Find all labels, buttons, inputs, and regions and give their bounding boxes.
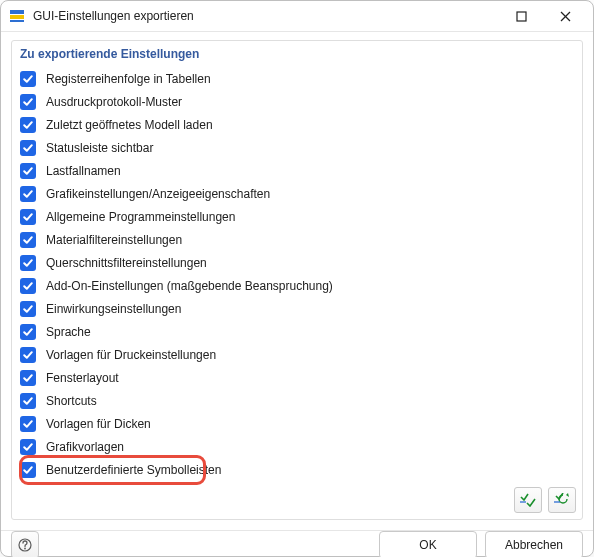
list-item[interactable]: Ausdruckprotokoll-Muster: [18, 90, 576, 113]
list-item[interactable]: Materialfiltereinstellungen: [18, 228, 576, 251]
svg-point-9: [24, 548, 26, 550]
list-item[interactable]: Shortcuts: [18, 389, 576, 412]
list-item-label: Materialfiltereinstellungen: [46, 233, 182, 247]
list-item-label: Ausdruckprotokoll-Muster: [46, 95, 182, 109]
checkbox[interactable]: [20, 163, 36, 179]
dialog-body: Zu exportierende Einstellungen Registerr…: [1, 32, 593, 530]
dialog-window: GUI-Einstellungen exportieren Zu exporti…: [0, 0, 594, 557]
checkbox[interactable]: [20, 71, 36, 87]
cancel-button-label: Abbrechen: [505, 538, 563, 552]
dialog-footer: OK Abbrechen: [1, 530, 593, 557]
svg-rect-1: [10, 15, 24, 19]
list-item-label: Querschnittsfiltereinstellungen: [46, 256, 207, 270]
list-item[interactable]: Benutzerdefinierte Symbolleisten: [18, 458, 576, 481]
list-item-label: Shortcuts: [46, 394, 97, 408]
list-item-label: Einwirkungseinstellungen: [46, 302, 181, 316]
maximize-button[interactable]: [499, 1, 543, 31]
list-item-label: Sprache: [46, 325, 91, 339]
close-button[interactable]: [543, 1, 587, 31]
checkbox[interactable]: [20, 301, 36, 317]
list-item[interactable]: Allgemeine Programmeinstellungen: [18, 205, 576, 228]
svg-rect-0: [10, 10, 24, 14]
list-item[interactable]: Add-On-Einstellungen (maßgebende Beanspr…: [18, 274, 576, 297]
list-item-label: Vorlagen für Druckeinstellungen: [46, 348, 216, 362]
list-item-label: Fensterlayout: [46, 371, 119, 385]
app-icon: [9, 8, 25, 24]
checkbox[interactable]: [20, 94, 36, 110]
title-bar: GUI-Einstellungen exportieren: [1, 1, 593, 32]
settings-list: Registerreihenfolge in TabellenAusdruckp…: [18, 67, 576, 481]
checkbox[interactable]: [20, 186, 36, 202]
list-item-label: Grafikvorlagen: [46, 440, 124, 454]
checkbox[interactable]: [20, 393, 36, 409]
list-item[interactable]: Vorlagen für Dicken: [18, 412, 576, 435]
list-item[interactable]: Grafikeinstellungen/Anzeigeeigenschaften: [18, 182, 576, 205]
list-item[interactable]: Lastfallnamen: [18, 159, 576, 182]
checkbox[interactable]: [20, 416, 36, 432]
checkbox[interactable]: [20, 462, 36, 478]
list-item[interactable]: Registerreihenfolge in Tabellen: [18, 67, 576, 90]
svg-rect-2: [10, 20, 24, 22]
list-item[interactable]: Statusleiste sichtbar: [18, 136, 576, 159]
list-item-label: Benutzerdefinierte Symbolleisten: [46, 463, 221, 477]
list-item-label: Statusleiste sichtbar: [46, 141, 153, 155]
select-all-button[interactable]: [514, 487, 542, 513]
checkbox[interactable]: [20, 370, 36, 386]
checkbox[interactable]: [20, 140, 36, 156]
checkbox[interactable]: [20, 209, 36, 225]
list-item[interactable]: Sprache: [18, 320, 576, 343]
checkbox[interactable]: [20, 324, 36, 340]
list-item[interactable]: Vorlagen für Druckeinstellungen: [18, 343, 576, 366]
list-item-label: Allgemeine Programmeinstellungen: [46, 210, 235, 224]
list-item[interactable]: Grafikvorlagen: [18, 435, 576, 458]
reset-button[interactable]: [548, 487, 576, 513]
checkbox[interactable]: [20, 255, 36, 271]
window-title: GUI-Einstellungen exportieren: [33, 9, 499, 23]
list-item[interactable]: Querschnittsfiltereinstellungen: [18, 251, 576, 274]
cancel-button[interactable]: Abbrechen: [485, 531, 583, 557]
group-header: Zu exportierende Einstellungen: [18, 45, 576, 67]
checkbox[interactable]: [20, 278, 36, 294]
checkbox[interactable]: [20, 117, 36, 133]
group-toolbar: [18, 481, 576, 513]
checkbox[interactable]: [20, 347, 36, 363]
svg-rect-3: [517, 12, 526, 21]
list-item-label: Zuletzt geöffnetes Modell laden: [46, 118, 213, 132]
list-item-label: Registerreihenfolge in Tabellen: [46, 72, 211, 86]
ok-button[interactable]: OK: [379, 531, 477, 557]
list-item-label: Vorlagen für Dicken: [46, 417, 151, 431]
checkbox[interactable]: [20, 439, 36, 455]
ok-button-label: OK: [419, 538, 436, 552]
list-item-label: Lastfallnamen: [46, 164, 121, 178]
list-item[interactable]: Fensterlayout: [18, 366, 576, 389]
settings-group: Zu exportierende Einstellungen Registerr…: [11, 40, 583, 520]
list-item-label: Add-On-Einstellungen (maßgebende Beanspr…: [46, 279, 333, 293]
list-item-label: Grafikeinstellungen/Anzeigeeigenschaften: [46, 187, 270, 201]
help-button[interactable]: [11, 531, 39, 557]
list-item[interactable]: Einwirkungseinstellungen: [18, 297, 576, 320]
checkbox[interactable]: [20, 232, 36, 248]
list-item[interactable]: Zuletzt geöffnetes Modell laden: [18, 113, 576, 136]
